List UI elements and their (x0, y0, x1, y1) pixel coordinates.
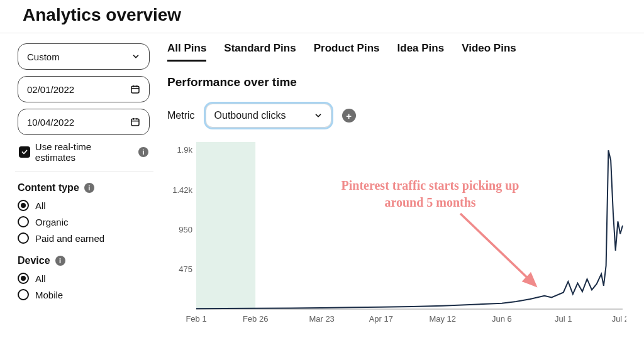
svg-text:Mar 23: Mar 23 (309, 314, 334, 324)
svg-rect-8 (196, 142, 255, 309)
content-type-option-label: Paid and earned (35, 233, 104, 244)
svg-text:Apr 17: Apr 17 (369, 314, 393, 324)
date-to-value: 10/04/2022 (27, 117, 74, 128)
calendar-icon (130, 117, 140, 127)
chevron-down-icon (314, 111, 323, 120)
svg-text:Jul 26: Jul 26 (612, 314, 626, 324)
date-preset-value: Custom (27, 52, 60, 62)
content-type-option-label: All (35, 200, 46, 211)
content-type-option[interactable]: Organic (18, 216, 148, 227)
content-type-option-label: Organic (35, 217, 69, 227)
svg-text:May 12: May 12 (429, 314, 456, 324)
tab[interactable]: Video Pins (462, 42, 516, 62)
radio-icon (18, 216, 29, 227)
date-preset-select[interactable]: Custom (18, 43, 150, 70)
content-type-radio-group: AllOrganicPaid and earned (18, 200, 148, 244)
metric-row: Metric Outbound clicks + (162, 102, 644, 129)
device-option-label: All (35, 273, 46, 284)
svg-text:950: 950 (179, 225, 192, 234)
device-option[interactable]: Mobile (18, 289, 148, 300)
section-title: Performance over time (162, 75, 644, 89)
tab[interactable]: All Pins (167, 42, 206, 62)
svg-text:1.9k: 1.9k (177, 145, 192, 155)
radio-icon (18, 200, 29, 211)
device-title-row: Device i (18, 255, 148, 266)
chart-svg: 4759501.42k1.9kFeb 1Feb 26Mar 23Apr 17Ma… (171, 138, 626, 327)
metric-select[interactable]: Outbound clicks (204, 102, 333, 129)
svg-text:475: 475 (179, 264, 192, 274)
device-radio-group: AllMobile (18, 273, 148, 300)
metric-label: Metric (167, 110, 195, 121)
radio-icon (18, 232, 29, 244)
svg-text:Jun 6: Jun 6 (492, 314, 512, 324)
date-from-input[interactable]: 02/01/2022 (18, 76, 150, 102)
tab[interactable]: Product Pins (314, 42, 380, 62)
realtime-checkbox-row[interactable]: Use real-time estimates i (19, 141, 148, 163)
chart: 4759501.42k1.9kFeb 1Feb 26Mar 23Apr 17Ma… (171, 138, 626, 327)
tab[interactable]: Standard Pins (224, 42, 296, 62)
info-icon[interactable]: i (84, 183, 94, 193)
svg-text:Feb 1: Feb 1 (186, 314, 206, 324)
svg-text:Feb 26: Feb 26 (243, 314, 268, 324)
radio-icon (18, 289, 29, 300)
calendar-icon (130, 84, 140, 94)
tabs: All PinsStandard PinsProduct PinsIdea Pi… (162, 42, 644, 62)
content-type-title-row: Content type i (18, 182, 148, 194)
svg-text:1.42k: 1.42k (172, 185, 192, 195)
content-type-title: Content type (18, 182, 79, 194)
content: All PinsStandard PinsProduct PinsIdea Pi… (157, 33, 644, 338)
metric-value: Outbound clicks (214, 110, 286, 121)
tab[interactable]: Idea Pins (397, 42, 445, 62)
add-metric-button[interactable]: + (342, 109, 356, 123)
date-to-input[interactable]: 10/04/2022 (18, 109, 150, 135)
chevron-down-icon (131, 52, 140, 61)
device-option-label: Mobile (35, 290, 63, 300)
content-type-option[interactable]: Paid and earned (18, 232, 148, 244)
realtime-label: Use real-time estimates (35, 141, 133, 163)
radio-icon (18, 273, 29, 284)
content-type-option[interactable]: All (18, 200, 148, 211)
device-option[interactable]: All (18, 273, 148, 284)
device-title: Device (18, 255, 50, 266)
info-icon[interactable]: i (55, 256, 65, 266)
svg-text:Jul 1: Jul 1 (555, 314, 572, 324)
svg-rect-0 (131, 86, 139, 93)
date-from-value: 02/01/2022 (27, 84, 74, 95)
divider (15, 172, 153, 172)
svg-rect-4 (131, 119, 139, 126)
checkbox-checked-icon (19, 146, 30, 158)
info-icon[interactable]: i (138, 147, 148, 157)
annotation-text: Pinterest traffic starts picking up arou… (330, 177, 531, 211)
page-title: Analytics overview (0, 0, 644, 33)
sidebar: Custom 02/01/2022 10/04/2022 Use real-ti… (0, 33, 157, 338)
